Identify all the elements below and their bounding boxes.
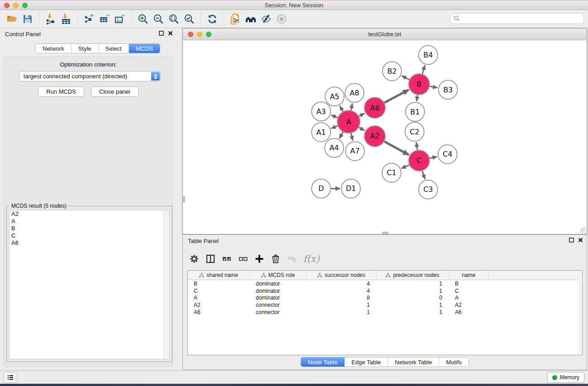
node-label-C4: C4 bbox=[443, 150, 452, 158]
edge-B-B1[interactable] bbox=[416, 95, 417, 101]
edge-A-A6[interactable] bbox=[359, 113, 364, 116]
export-table-icon[interactable] bbox=[97, 12, 112, 26]
export-network-icon[interactable] bbox=[81, 12, 97, 26]
node-label-D: D bbox=[318, 184, 324, 193]
table-row[interactable]: Adominator80A bbox=[188, 295, 582, 302]
search-text-field[interactable] bbox=[460, 14, 583, 23]
save-icon[interactable] bbox=[20, 12, 35, 26]
home-icon[interactable] bbox=[243, 12, 258, 26]
tab-node-table[interactable]: Node Table bbox=[301, 357, 345, 367]
deselect-all-icon[interactable] bbox=[236, 252, 250, 266]
edge-A-A2[interactable] bbox=[359, 128, 364, 131]
network-resize-grip[interactable] bbox=[580, 228, 586, 234]
edge-C-C3[interactable] bbox=[422, 171, 425, 179]
node-table: shared nameMCDS rolesuccessor nodesprede… bbox=[187, 270, 583, 355]
edge-C-C2[interactable] bbox=[416, 143, 418, 150]
import-table-icon[interactable] bbox=[58, 12, 74, 26]
network-graph[interactable]: B4B2BB3A8A5A6A3B1AA1C2A2A4A7C4CC1C3DD1 bbox=[183, 40, 587, 234]
table-row[interactable]: Bdominator41B bbox=[188, 280, 582, 287]
float-table-panel-icon[interactable] bbox=[569, 238, 574, 243]
tab-edge-table[interactable]: Edge Table bbox=[344, 357, 388, 367]
network-window-title: testGlobe.txt bbox=[183, 31, 587, 38]
node-label-C1: C1 bbox=[387, 168, 396, 177]
hide-graphics-details-icon[interactable] bbox=[258, 12, 274, 26]
column-header-predecessor-nodes[interactable]: predecessor nodes bbox=[377, 271, 449, 280]
table-cell: connector bbox=[250, 302, 306, 308]
result-list-scrollbar[interactable] bbox=[163, 210, 169, 359]
tab-mcds[interactable]: MCDS bbox=[129, 44, 160, 53]
close-table-panel-icon[interactable] bbox=[578, 238, 583, 243]
column-header-MCDS-role[interactable]: MCDS role bbox=[250, 271, 306, 280]
node-label-A7: A7 bbox=[350, 147, 360, 155]
edge-A-A7[interactable] bbox=[351, 133, 353, 140]
table-cell: connector bbox=[250, 309, 306, 315]
table-scrollbar[interactable] bbox=[578, 271, 582, 355]
edge-A6-B[interactable] bbox=[384, 90, 409, 103]
edge-B-B3[interactable] bbox=[430, 86, 437, 88]
zoom-out-icon[interactable] bbox=[151, 12, 166, 26]
edge-A-A4[interactable] bbox=[339, 132, 343, 138]
tab-network-table[interactable]: Network Table bbox=[388, 357, 439, 367]
node-label-A4: A4 bbox=[330, 143, 339, 152]
network-window-title-bar[interactable]: testGlobe.txt bbox=[183, 29, 587, 40]
zoom-fit-icon[interactable] bbox=[166, 12, 182, 26]
edge-A-A1[interactable] bbox=[331, 126, 338, 128]
mcds-result-list[interactable]: A2ABCA6 bbox=[9, 210, 170, 359]
result-item[interactable]: A2 bbox=[10, 210, 169, 218]
table-row[interactable]: Cdominator41C bbox=[188, 287, 582, 295]
dropdown-selected-value: largest connected component (directed) bbox=[24, 73, 127, 80]
float-panel-icon[interactable] bbox=[159, 31, 164, 36]
edge-C-C4[interactable] bbox=[430, 157, 437, 158]
network-vertical-scroll-thumb[interactable] bbox=[183, 196, 185, 202]
tab-network[interactable]: Network bbox=[36, 44, 72, 53]
memory-status-icon bbox=[552, 375, 557, 380]
columns-icon[interactable] bbox=[204, 252, 217, 266]
close-panel-icon[interactable] bbox=[168, 31, 173, 36]
refresh-icon[interactable] bbox=[205, 12, 220, 26]
edge-B-B2[interactable] bbox=[402, 76, 410, 80]
new-network-from-selection-icon[interactable] bbox=[228, 12, 243, 26]
task-history-button[interactable] bbox=[4, 372, 17, 383]
edge-B-B4[interactable] bbox=[422, 65, 425, 74]
edge-A-A5[interactable] bbox=[340, 106, 343, 111]
column-header-name[interactable]: name bbox=[449, 271, 489, 280]
select-all-icon[interactable] bbox=[220, 252, 234, 266]
table-panel-tabs: Node TableEdge TableNetwork TableMotifs bbox=[301, 357, 469, 367]
column-header-successor-nodes[interactable]: successor nodes bbox=[306, 271, 377, 280]
zoom-in-icon[interactable] bbox=[135, 12, 151, 26]
edge-A-A8[interactable] bbox=[351, 104, 352, 110]
open-folder-icon[interactable] bbox=[5, 12, 20, 26]
network-canvas[interactable]: B4B2BB3A8A5A6A3B1AA1C2A2A4A7C4CC1C3DD1 bbox=[183, 40, 587, 234]
optimization-criterion-dropdown[interactable]: largest connected component (directed) bbox=[19, 71, 161, 81]
import-network-icon[interactable] bbox=[43, 12, 58, 26]
network-horizontal-scroll-thumb[interactable] bbox=[382, 232, 388, 234]
node-label-A5: A5 bbox=[330, 92, 339, 101]
function-builder-button[interactable]: f(x) bbox=[301, 253, 320, 264]
close-panel-button[interactable]: Close panel bbox=[91, 86, 139, 97]
tab-select[interactable]: Select bbox=[99, 44, 129, 53]
search-input[interactable] bbox=[450, 13, 584, 24]
export-image-icon[interactable] bbox=[112, 12, 128, 26]
desktop-background bbox=[0, 384, 588, 386]
edge-C-C1[interactable] bbox=[402, 165, 409, 169]
gear-icon[interactable] bbox=[187, 252, 201, 266]
result-item[interactable]: B bbox=[10, 225, 169, 232]
tab-style[interactable]: Style bbox=[72, 44, 99, 53]
run-mcds-button[interactable]: Run MCDS bbox=[38, 86, 84, 97]
result-item[interactable]: C bbox=[10, 232, 169, 239]
memory-button[interactable]: Memory bbox=[547, 372, 584, 383]
result-item[interactable]: A6 bbox=[10, 239, 169, 247]
zoom-selected-icon[interactable] bbox=[182, 12, 197, 26]
list-icon bbox=[7, 374, 14, 381]
edge-A2-C[interactable] bbox=[384, 142, 409, 155]
network-view-window: testGlobe.txt B4B2BB3A8A5A6A3B1AA1C2A2A4… bbox=[182, 28, 587, 234]
node-label-A8: A8 bbox=[350, 89, 359, 97]
column-header-shared-name[interactable]: shared name bbox=[188, 271, 250, 280]
trash-icon[interactable] bbox=[269, 252, 282, 266]
table-row[interactable]: A6connector11A6 bbox=[188, 309, 582, 316]
tab-motifs[interactable]: Motifs bbox=[439, 357, 468, 367]
result-item[interactable]: A bbox=[10, 218, 169, 225]
add-icon[interactable] bbox=[253, 252, 266, 266]
table-row[interactable]: A2connector11A2 bbox=[188, 301, 582, 309]
edge-A-A3[interactable] bbox=[331, 115, 338, 118]
